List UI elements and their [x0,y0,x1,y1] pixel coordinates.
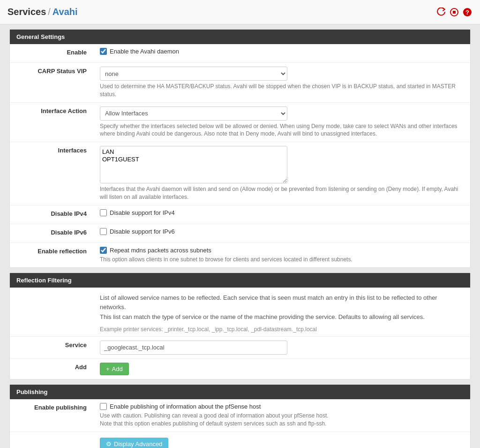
plus-icon: + [106,365,110,372]
service-label: Service [10,337,94,358]
enable-row: Enable Enable the Avahi daemon [10,44,470,63]
carp-vip-label: CARP Status VIP [10,63,94,102]
example-services-text: Example printer services: _printer._tcp.… [10,322,470,337]
add-button-label: Add [112,365,123,372]
carp-vip-help: Used to determine the HA MASTER/BACKUP s… [100,83,465,99]
enable-publishing-checkbox-label: Enable publishing of information about t… [110,403,261,410]
enable-reflection-checkbox[interactable] [100,247,107,254]
interface-action-row: Interface Action Allow Interfaces Deny I… [10,103,470,143]
enable-reflection-help: This option allows clients in one subnet… [100,256,465,264]
breadcrumb: Services / Avahi [8,7,78,17]
carp-vip-row: CARP Status VIP none Used to determine t… [10,63,470,103]
disable-ipv6-checkbox-label: Disable support for IPv6 [110,228,175,235]
enable-avahi-label: Enable the Avahi daemon [110,48,179,55]
enable-publishing-row: Enable publishing Enable publishing of i… [10,399,470,432]
service-row: Service [10,337,470,359]
interface-lan-option[interactable]: LAN [102,148,285,156]
service-input[interactable] [100,341,287,355]
svg-text:?: ? [465,9,469,16]
reflection-description: List of allowed service names to be refl… [10,288,470,322]
interfaces-label: Interfaces [10,142,94,205]
general-settings-header: General Settings [10,30,470,44]
enable-publishing-help: Use with caution. Publishing can reveal … [100,412,465,428]
enable-label: Enable [10,44,94,62]
stop-icon[interactable] [449,7,459,17]
disable-ipv6-checkbox[interactable] [100,228,107,235]
disable-ipv6-label: Disable IPv6 [10,224,94,243]
enable-avahi-checkbox[interactable] [100,48,107,55]
interfaces-row: Interfaces LAN OPT1GUEST Interfaces that… [10,142,470,205]
enable-reflection-label: Enable reflection [10,243,94,267]
add-row: Add + Add [10,359,470,379]
interfaces-listbox[interactable]: LAN OPT1GUEST [100,146,287,183]
header-icons: ? [436,7,472,17]
breadcrumb-services: Services [8,7,46,17]
enable-reflection-checkbox-label: Repeat mdns packets across subnets [110,247,211,254]
enable-publishing-checkbox[interactable] [100,403,107,410]
interfaces-help: Interfaces that the Avahi daemon will li… [100,185,465,201]
interface-action-select[interactable]: Allow Interfaces Deny Interfaces [100,106,287,121]
interface-action-label: Interface Action [10,103,94,142]
refresh-icon[interactable] [436,7,446,17]
disable-ipv4-checkbox-label: Disable support for IPv4 [110,209,175,216]
interface-action-help: Specify whether the interfaces selected … [100,122,465,138]
add-label: Add [10,359,94,379]
help-icon[interactable]: ? [462,7,472,17]
add-button[interactable]: + Add [100,363,129,375]
breadcrumb-current-page: Avahi [52,7,78,17]
disable-ipv4-row: Disable IPv4 Disable support for IPv4 [10,205,470,224]
breadcrumb-separator: / [48,7,51,17]
disable-ipv4-label: Disable IPv4 [10,205,94,224]
gear-icon: ⚙ [106,440,112,448]
svg-rect-1 [453,11,456,14]
interface-opt1guest-option[interactable]: OPT1GUEST [102,156,285,163]
display-advanced-row: ⚙ Display Advanced [10,432,470,448]
disable-ipv4-checkbox[interactable] [100,209,107,216]
display-advanced-button[interactable]: ⚙ Display Advanced [100,438,168,448]
enable-reflection-row: Enable reflection Repeat mdns packets ac… [10,243,470,267]
carp-vip-select[interactable]: none [100,67,287,81]
publishing-header: Publishing [10,385,470,399]
reflection-filtering-header: Reflection Filtering [10,273,470,288]
disable-ipv6-row: Disable IPv6 Disable support for IPv6 [10,224,470,243]
display-advanced-label: Display Advanced [114,440,162,448]
page-header: Services / Avahi ? [0,0,480,24]
enable-publishing-label: Enable publishing [10,399,94,432]
